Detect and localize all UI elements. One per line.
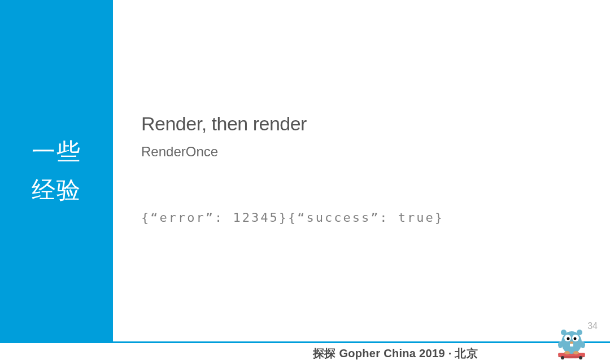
sidebar: 一些 经验 — [0, 0, 113, 364]
footer-inner: 探探 Gopher China 2019 · 北京 — [132, 346, 478, 361]
content-code: {“error”: 12345}{“success”: true} — [141, 210, 587, 225]
sidebar-title: 一些 经验 — [32, 133, 81, 208]
sidebar-title-line1: 一些 — [32, 133, 81, 170]
gopher-mascot-icon — [552, 324, 591, 361]
content-area: Render, then render RenderOnce {“error”:… — [141, 113, 587, 225]
svg-point-3 — [579, 356, 582, 359]
sidebar-title-line2: 经验 — [32, 171, 81, 209]
svg-point-13 — [558, 341, 563, 348]
slide: 一些 经验 Render, then render RenderOnce {“e… — [0, 0, 610, 364]
content-heading: Render, then render — [141, 113, 587, 135]
footer: 探探 Gopher China 2019 · 北京 — [0, 341, 610, 364]
svg-rect-12 — [570, 344, 573, 347]
svg-point-10 — [574, 337, 577, 340]
footer-text: 探探 Gopher China 2019 · 北京 — [313, 346, 478, 361]
content-subheading: RenderOnce — [141, 144, 587, 160]
svg-point-14 — [581, 341, 585, 348]
svg-point-5 — [561, 330, 567, 335]
svg-point-9 — [567, 337, 570, 340]
svg-point-2 — [561, 356, 564, 359]
svg-point-11 — [570, 341, 573, 344]
svg-point-6 — [577, 330, 582, 335]
svg-point-16 — [573, 351, 579, 354]
svg-point-15 — [564, 351, 570, 354]
